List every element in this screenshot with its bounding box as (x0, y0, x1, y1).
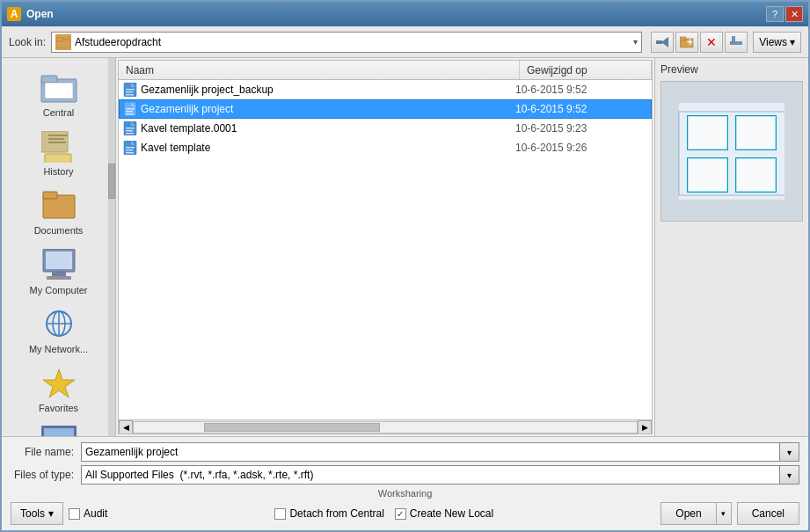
audit-label: Audit (84, 507, 107, 520)
create-local-label: Create New Local (410, 507, 493, 520)
help-button[interactable]: ? (766, 6, 784, 22)
file-item[interactable]: Gezamenlijk project10-6-2015 9:52 (119, 99, 652, 119)
preview-label: Preview (660, 63, 803, 76)
sidebar-item-my-network-label: My Network... (29, 344, 88, 355)
tools-icon-button[interactable] (725, 32, 748, 53)
detach-checkbox[interactable] (274, 508, 286, 520)
file-type-icon (123, 121, 137, 135)
h-scroll-thumb[interactable] (204, 423, 380, 432)
new-folder-button[interactable]: + (675, 32, 698, 53)
file-type-icon (123, 83, 137, 97)
open-arrow-button[interactable]: ▾ (716, 502, 732, 525)
h-scroll-left[interactable]: ◀ (119, 420, 133, 434)
file-type-icon (123, 141, 137, 155)
worksharing-label: Worksharing (378, 488, 433, 499)
my-network-icon (38, 307, 80, 342)
open-dialog: A Open ? ✕ Look in: Afstudeeropdracht ▾ (0, 0, 810, 532)
svg-rect-8 (730, 41, 742, 45)
svg-text:+: + (687, 36, 693, 48)
open-button[interactable]: Open (660, 502, 715, 525)
lookin-text: Afstudeeropdracht (75, 36, 633, 48)
lookin-dropdown[interactable]: Afstudeeropdracht ▾ (51, 32, 642, 53)
svg-rect-15 (48, 138, 64, 140)
svg-rect-46 (126, 133, 134, 135)
sidebar-item-central[interactable]: Central (2, 65, 115, 124)
lookin-arrow-icon: ▾ (633, 37, 638, 47)
close-button[interactable]: ✕ (785, 6, 803, 22)
svg-rect-35 (126, 91, 133, 93)
file-date: 10-6-2015 9:23 (515, 122, 647, 135)
sidebar-item-my-network[interactable]: My Network... (2, 302, 115, 361)
filename-input[interactable] (81, 442, 780, 462)
svg-marker-2 (661, 37, 668, 47)
app-icon: A (7, 7, 21, 21)
svg-rect-50 (126, 149, 133, 151)
h-scroll-right[interactable]: ▶ (638, 420, 652, 434)
sidebar-item-favorites-label: Favorites (39, 403, 78, 414)
file-date: 10-6-2015 9:52 (515, 84, 647, 96)
dialog-title: Open (26, 8, 54, 20)
svg-rect-60 (736, 158, 776, 192)
file-name: Gezamenlijk project_backup (141, 84, 515, 96)
file-item[interactable]: Gezamenlijk project_backup10-6-2015 9:52 (119, 80, 652, 99)
filename-label: File name: (11, 446, 81, 458)
file-date: 10-6-2015 9:26 (515, 142, 647, 154)
filetype-label: Files of type: (11, 469, 81, 481)
central-icon (38, 70, 80, 106)
sidebar-scroll-thumb[interactable] (108, 164, 115, 199)
detach-label: Detach from Central (289, 507, 383, 520)
desktop-icon (38, 425, 80, 436)
svg-rect-20 (46, 251, 72, 269)
sidebar-scrollbar[interactable] (108, 58, 115, 436)
filetype-dropdown-btn[interactable]: ▾ (780, 465, 799, 485)
horizontal-scrollbar[interactable]: ◀ ▶ (119, 419, 652, 434)
delete-button[interactable]: ✕ (700, 32, 723, 53)
file-name: Kavel template.0001 (141, 122, 515, 135)
tools-label: Tools (20, 507, 45, 520)
file-type-icon (123, 102, 137, 116)
sidebar-item-favorites[interactable]: Favorites (2, 361, 115, 419)
create-local-checkbox[interactable] (395, 508, 406, 520)
title-bar: A Open ? ✕ (2, 2, 808, 26)
title-bar-left: A Open (7, 7, 54, 21)
file-item[interactable]: Kavel template10-6-2015 9:26 (119, 138, 652, 157)
back-button[interactable] (651, 32, 674, 53)
svg-rect-5 (680, 37, 686, 40)
filetype-input[interactable] (81, 465, 780, 485)
audit-checkbox-row[interactable]: Audit (69, 507, 107, 520)
action-row: Tools ▾ Audit Detach from Central Create… (11, 502, 799, 525)
col-header-date[interactable]: Gewijzigd op (520, 61, 652, 79)
filename-row: File name: ▾ (11, 442, 799, 462)
sidebar-item-desktop[interactable]: Desktop (2, 419, 115, 436)
svg-rect-49 (126, 147, 135, 149)
svg-rect-13 (45, 154, 71, 163)
file-list: Gezamenlijk project_backup10-6-2015 9:52… (119, 80, 652, 419)
sidebar-item-documents[interactable]: Documents (2, 183, 115, 242)
file-item[interactable]: Kavel template.000110-6-2015 9:23 (119, 119, 652, 138)
svg-rect-56 (736, 116, 776, 149)
col-header-name[interactable]: Naam (119, 61, 520, 79)
filetype-row: Files of type: ▾ (11, 465, 799, 485)
filename-input-wrapper: ▾ (81, 442, 799, 462)
svg-marker-27 (43, 369, 75, 397)
audit-checkbox[interactable] (69, 508, 80, 520)
file-date: 10-6-2015 9:52 (515, 103, 647, 115)
folder-icon (55, 34, 71, 50)
preview-image (660, 81, 803, 222)
file-name: Kavel template (141, 142, 515, 154)
sidebar-item-history[interactable]: History (2, 124, 115, 183)
svg-rect-51 (126, 152, 134, 154)
sidebar-item-documents-label: Documents (34, 225, 84, 237)
detach-checkbox-row[interactable]: Detach from Central (274, 507, 383, 520)
svg-rect-36 (126, 94, 134, 96)
create-local-checkbox-row[interactable]: Create New Local (395, 507, 493, 520)
filename-dropdown-btn[interactable]: ▾ (780, 442, 799, 462)
h-scroll-track[interactable] (133, 421, 638, 434)
title-buttons: ? ✕ (766, 6, 803, 22)
sidebar: Central History (2, 58, 116, 436)
views-button[interactable]: Views ▾ (753, 32, 801, 53)
tools-button[interactable]: Tools ▾ (11, 502, 63, 525)
sidebar-item-my-computer[interactable]: My Computer (2, 243, 115, 302)
svg-rect-1 (56, 38, 62, 41)
cancel-button[interactable]: Cancel (737, 502, 799, 525)
